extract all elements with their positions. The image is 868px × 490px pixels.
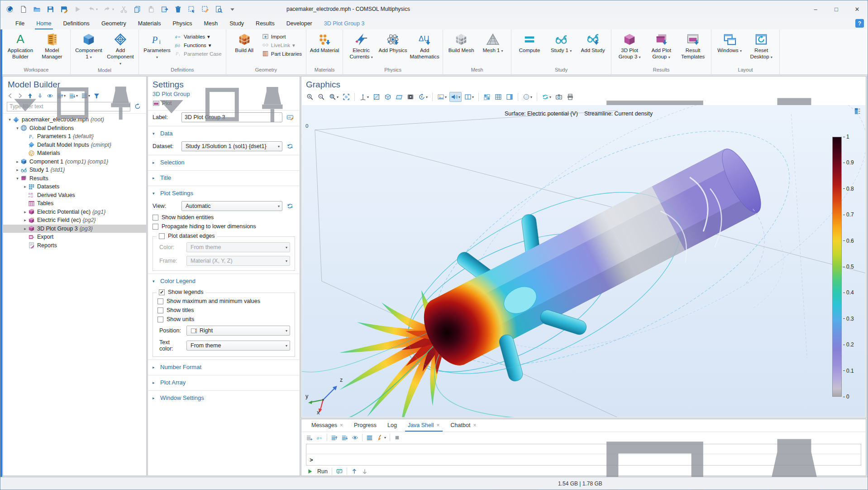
functions-button[interactable]: f(x)Functions▾: [175, 42, 222, 48]
tree-node-electric-potential-ec-[interactable]: ▸*Electric Potential (ec){pg1}: [3, 208, 146, 216]
previous-entry-icon[interactable]: [351, 468, 358, 475]
tree-expander-icon[interactable]: ▾: [14, 176, 20, 181]
panel-menu-icon[interactable]: [148, 81, 195, 128]
import-button[interactable]: Import: [262, 33, 302, 40]
tree-expander-icon[interactable]: ▸: [22, 218, 28, 222]
customize-toolbar-caret[interactable]: [229, 5, 236, 13]
tree-expander-icon[interactable]: ▸: [22, 210, 28, 214]
parameters-button[interactable]: PiParameters ▾: [141, 31, 173, 61]
compute-button[interactable]: Compute: [514, 31, 545, 55]
add-component-button[interactable]: Add Component ▾: [105, 31, 136, 67]
livelink-button[interactable]: LiveLink▾: [262, 42, 302, 48]
tree-node-datasets[interactable]: ▸Datasets: [3, 183, 146, 191]
new-file-button[interactable]: [19, 5, 27, 13]
go-to-view-button[interactable]: ▾: [358, 92, 370, 102]
show-titles-checkbox[interactable]: [157, 307, 163, 313]
view-select[interactable]: Automatic: [181, 201, 282, 211]
variables-view-button[interactable]: a=: [316, 434, 323, 441]
section-selection[interactable]: ▸Selection: [148, 155, 300, 168]
ribbon-tab-mesh[interactable]: Mesh: [198, 19, 224, 29]
add-mathematics-button[interactable]: ΔUAdd Mathematics: [409, 31, 440, 61]
run-button[interactable]: [74, 5, 81, 13]
zoom-extents-button[interactable]: [341, 92, 351, 102]
go-to-yz-view-button[interactable]: [383, 92, 393, 102]
tree-node-electric-field-ec-[interactable]: ▸*Electric Field (ec){pg2}: [3, 216, 146, 225]
new-shell-button[interactable]: [306, 434, 313, 441]
copy-button[interactable]: [134, 5, 141, 13]
show-hidden-checkbox[interactable]: [153, 215, 158, 221]
show-output-button[interactable]: [352, 434, 358, 441]
tree-node-results[interactable]: ▾Results: [3, 174, 146, 183]
tree-node-derived-values[interactable]: 8.85e-12Derived Values: [3, 191, 146, 200]
ribbon-tab-physics[interactable]: Physics: [167, 19, 198, 29]
tree-node-component-1[interactable]: ▸Component 1(comp1) {comp1}: [3, 158, 146, 166]
delete-button[interactable]: [174, 5, 182, 13]
show-legends-checkbox[interactable]: ✓: [159, 289, 165, 295]
variables-button[interactable]: a=Variables▾: [175, 33, 222, 40]
build-mesh-button[interactable]: Build Mesh: [445, 31, 477, 55]
tree-expander-icon[interactable]: ▸: [22, 184, 28, 189]
pin-panel-icon[interactable]: [249, 81, 296, 128]
zoom-out-button[interactable]: [316, 92, 326, 102]
console-tab-progress[interactable]: Progress: [348, 420, 382, 432]
graphics-viewport[interactable]: Surface: Electric potential (V)Streamlin…: [302, 105, 865, 417]
tree-node-reports[interactable]: Reports: [3, 241, 146, 250]
float-panel-icon[interactable]: [199, 81, 246, 128]
comsol-logo[interactable]: [6, 5, 14, 13]
pin-panel-icon[interactable]: [99, 81, 143, 125]
ribbon-tab-developer[interactable]: Developer: [281, 19, 318, 29]
windows-button[interactable]: Windows ▾: [714, 31, 745, 55]
parameter-case-button[interactable]: PiParameter Case: [175, 50, 222, 57]
application-builder-button[interactable]: AApplication Builder: [5, 31, 36, 61]
clear-selection-button[interactable]: [201, 5, 209, 13]
tree-node-study-1[interactable]: ▸Study 1{std1}: [3, 166, 146, 174]
tree-node-3d-plot-group-3[interactable]: ▸3D Plot Group 3{pg3}: [3, 225, 146, 233]
console-tab-log[interactable]: Log: [382, 420, 402, 432]
select-button[interactable]: [188, 5, 196, 13]
add-study-button[interactable]: Add Study: [577, 31, 609, 55]
console-tab-java-shell[interactable]: Java Shell×: [402, 420, 445, 432]
tree-node-parameters-1[interactable]: PiParameters 1{default}: [3, 132, 146, 141]
add-plot-group-button[interactable]: Add Plot Group ▾: [645, 31, 677, 61]
open-file-button[interactable]: [33, 5, 41, 13]
close-tab-icon[interactable]: ×: [340, 422, 343, 428]
save-as-button[interactable]: [60, 5, 68, 13]
part-libraries-button[interactable]: Part Libraries: [262, 50, 302, 57]
3d-plot-group-3-button[interactable]: 3D Plot Group 3 ▾: [614, 31, 645, 61]
section-number-format[interactable]: ▸Number Format: [148, 360, 300, 373]
tree-expander-icon[interactable]: ▸: [14, 159, 20, 164]
ribbon-tab-definitions[interactable]: Definitions: [57, 19, 95, 29]
next-command-button[interactable]: [341, 434, 348, 441]
result-templates-button[interactable]: Result Templates: [677, 31, 709, 61]
tree-node-tables[interactable]: Tables: [3, 199, 146, 208]
color-legend-icon[interactable]: [854, 108, 861, 115]
study-1-button[interactable]: Study 1 ▾: [545, 31, 577, 55]
section-plot-array[interactable]: ▸Plot Array: [148, 375, 300, 389]
ribbon-tab-3d-plot-group-3[interactable]: 3D Plot Group 3: [318, 19, 371, 29]
ribbon-tab-study[interactable]: Study: [224, 19, 250, 29]
electric-currents-button[interactable]: Electric Currents ▾: [345, 31, 377, 61]
mesh-1-button[interactable]: Mesh 1 ▾: [477, 31, 509, 55]
preview-button[interactable]: [215, 5, 223, 13]
minimize-button[interactable]: –: [805, 0, 826, 18]
dialog-icon[interactable]: [336, 468, 343, 475]
show-units-checkbox[interactable]: [157, 317, 163, 322]
dataset-select[interactable]: Study 1/Solution 1 (sol1) {dset1}: [181, 141, 282, 151]
next-entry-icon[interactable]: [362, 468, 368, 475]
run-button[interactable]: Run: [317, 468, 328, 475]
reset-desktop-button[interactable]: Reset Desktop ▾: [745, 31, 777, 61]
build-all-button[interactable]: Build All: [229, 31, 260, 55]
undo-button[interactable]: ▾: [87, 5, 98, 13]
go-to-zx-view-button[interactable]: [394, 92, 404, 102]
redo-button[interactable]: ▾: [104, 5, 114, 13]
component-1-button[interactable]: Component 1 ▾: [73, 31, 105, 61]
propagate-hiding-checkbox[interactable]: [153, 224, 158, 230]
add-physics-button[interactable]: Add Physics: [377, 31, 409, 55]
close-button[interactable]: ✕: [847, 0, 868, 18]
cut-button[interactable]: [120, 5, 128, 13]
clear-shell-button[interactable]: ▾: [377, 434, 386, 441]
ribbon-tab-home[interactable]: Home: [30, 19, 57, 29]
image-snapshot-button[interactable]: ▾: [436, 92, 448, 102]
help-button[interactable]: ?: [855, 19, 864, 28]
tree-expander-icon[interactable]: ▾: [14, 126, 20, 130]
